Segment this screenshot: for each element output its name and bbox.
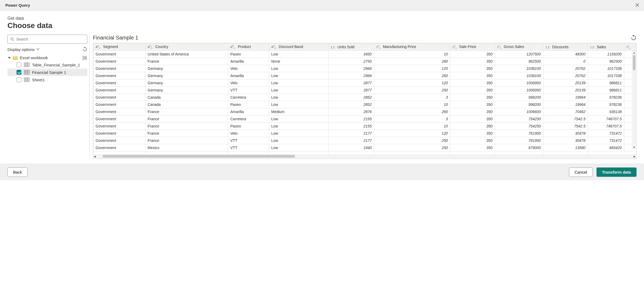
table-cell[interactable]: Carretera [228,94,269,101]
table-cell[interactable]: 986811 [588,79,624,87]
table-cell[interactable]: 30478 [543,137,588,144]
search-box[interactable] [7,35,87,44]
table-cell[interactable]: 986811 [588,87,624,94]
table-cell[interactable]: 2155 [329,123,374,130]
table-cell[interactable]: 936138 [588,108,624,115]
table-row[interactable]: GovernmentFrancePaseoLow2155103507542507… [93,123,636,130]
table-row[interactable]: GovernmentGermanyVTTLow28772503501006950… [93,87,636,94]
checkbox[interactable] [17,62,21,67]
table-cell[interactable]: 1940 [329,144,374,151]
table-cell[interactable]: Government [93,79,145,87]
table-cell[interactable]: Government [93,51,145,58]
checkbox[interactable] [17,70,21,75]
table-cell[interactable]: Velo [228,65,269,72]
column-header[interactable]: 123 Manufacturing Price [374,43,450,51]
table-cell[interactable]: 350 [450,79,495,87]
table-cell[interactable]: 1017338 [588,65,624,72]
table-cell[interactable]: 350 [450,108,495,115]
table-cell[interactable]: Paseo [228,101,269,108]
horizontal-scrollbar[interactable]: ◀ ▶ [93,154,636,159]
table-cell[interactable]: VTT [228,144,269,151]
table-cell[interactable]: Low [269,51,329,58]
table-cell[interactable]: 978236 [588,94,624,101]
table-cell[interactable]: 350 [450,94,495,101]
table-cell[interactable]: 1017338 [588,72,624,79]
table-cell[interactable]: Government [93,58,145,65]
table-cell[interactable]: Low [269,87,329,94]
table-cell[interactable]: Velo [228,130,269,137]
table-cell[interactable]: 0 [543,58,588,65]
table-cell[interactable]: 2877 [329,87,374,94]
table-cell[interactable]: 978236 [588,101,624,108]
table-row[interactable]: GovernmentFranceAmarillaNone275026035096… [93,58,636,65]
table-cell[interactable]: 7542.5 [543,115,588,123]
table-cell[interactable]: 1006950 [495,79,543,87]
table-cell[interactable]: France [145,115,228,123]
table-cell[interactable]: Paseo [228,51,269,58]
back-button[interactable]: Back [7,167,27,177]
table-row[interactable]: GovernmentFranceVeloLow21771203507619503… [93,130,636,137]
table-cell[interactable]: Germany [145,65,228,72]
column-header[interactable]: 123 Gross Sales [495,43,543,51]
column-header[interactable]: 1.2 Units Sold [329,43,374,51]
table-cell[interactable]: Germany [145,79,228,87]
table-cell[interactable]: 350 [450,123,495,130]
column-header-partial[interactable]: 123 [624,43,636,51]
scroll-right-icon[interactable]: ▶ [634,155,636,158]
table-cell[interactable]: 3 [374,115,450,123]
table-cell[interactable]: 260 [374,108,450,115]
table-cell[interactable]: 19964 [543,94,588,101]
table-cell[interactable]: None [269,58,329,65]
column-header[interactable]: ABC Product [228,43,269,51]
table-row[interactable]: GovernmentGermanyVeloLow2966120350103810… [93,65,636,72]
table-cell[interactable]: Government [93,65,145,72]
table-cell[interactable]: Government [93,144,145,151]
table-cell[interactable]: Germany [145,72,228,79]
table-row[interactable]: GovernmentCanadaPaseoLow2852103509982001… [93,101,636,108]
table-row[interactable]: GovernmentGermanyAmarillaLow296626035010… [93,72,636,79]
table-cell[interactable]: Carretera [228,115,269,123]
column-header[interactable]: ABC Discount Band [269,43,329,51]
table-cell[interactable]: Government [93,108,145,115]
table-cell[interactable]: Mexico [145,144,228,151]
table-cell[interactable]: 70462 [543,108,588,115]
table-cell[interactable]: 2852 [329,101,374,108]
table-row[interactable]: GovernmentFranceAmarillaMedium2876260350… [93,108,636,115]
table-cell[interactable]: Amarilla [228,72,269,79]
table-row[interactable]: GovernmentFranceVTTLow217725035076195030… [93,137,636,144]
column-header[interactable]: 1.2 Discounts [543,43,588,51]
tree-item[interactable]: Financial Sample 1 [7,69,87,76]
table-cell[interactable]: 250 [374,137,450,144]
table-cell[interactable]: 350 [450,137,495,144]
search-input[interactable] [16,37,84,41]
cancel-button[interactable]: Cancel [569,167,593,177]
table-cell[interactable]: Government [93,123,145,130]
table-cell[interactable]: France [145,58,228,65]
table-cell[interactable]: 2877 [329,79,374,87]
table-cell[interactable]: Low [269,101,329,108]
table-cell[interactable]: 3 [374,94,450,101]
table-cell[interactable]: 7542.5 [543,123,588,130]
table-cell[interactable]: Paseo [228,123,269,130]
table-cell[interactable]: 20762 [543,72,588,79]
table-cell[interactable]: 2966 [329,72,374,79]
table-cell[interactable]: 350 [450,101,495,108]
table-cell[interactable]: 761950 [495,130,543,137]
table-cell[interactable]: 20139 [543,87,588,94]
table-cell[interactable]: 962500 [588,58,624,65]
table-cell[interactable]: 350 [450,51,495,58]
table-cell[interactable]: Low [269,72,329,79]
table-cell[interactable]: Velo [228,79,269,87]
refresh-icon[interactable] [82,47,87,52]
table-row[interactable]: GovernmentGermanyVeloLow2877120350100695… [93,79,636,87]
table-cell[interactable]: Government [93,137,145,144]
table-cell[interactable]: VTT [228,87,269,94]
table-cell[interactable]: Low [269,144,329,151]
table-cell[interactable]: 962500 [495,58,543,65]
table-cell[interactable]: 1038100 [495,65,543,72]
table-row[interactable]: GovernmentFranceCarreteraLow215533507542… [93,115,636,123]
preview-refresh-icon[interactable] [631,35,637,41]
table-cell[interactable]: Low [269,115,329,123]
close-icon[interactable] [634,2,640,9]
table-cell[interactable]: 20762 [543,65,588,72]
